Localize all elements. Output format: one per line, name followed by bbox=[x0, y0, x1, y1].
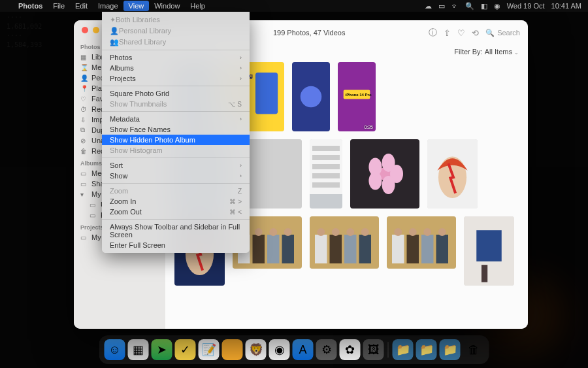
dock-folder[interactable] bbox=[222, 339, 243, 360]
menu-separator bbox=[102, 219, 250, 220]
share-icon[interactable]: ⇧ bbox=[444, 28, 451, 38]
filter-control[interactable]: Filter By: All Items ⌄ bbox=[454, 48, 519, 56]
library-summary: 199 Photos, 47 Videos bbox=[273, 29, 346, 37]
menu-item-zoom-in[interactable]: Zoom In⌘ > bbox=[102, 196, 250, 207]
sidebar-item-icon: ⧉ bbox=[80, 126, 88, 134]
menu-item-photos[interactable]: Photos› bbox=[102, 52, 250, 63]
menu-item-label: Zoom In bbox=[110, 197, 136, 205]
sidebar-item-icon: ⏱ bbox=[80, 106, 88, 113]
menu-shortcut: ⌘ < bbox=[229, 209, 242, 216]
filter-value: All Items bbox=[485, 48, 512, 56]
svg-point-68 bbox=[284, 228, 292, 236]
status-search-icon[interactable]: 🔍 bbox=[465, 2, 474, 10]
sidebar-item-icon: ▭ bbox=[80, 234, 88, 241]
svg-rect-70 bbox=[315, 235, 327, 263]
info-icon[interactable]: ⓘ bbox=[429, 27, 437, 39]
menubar-item-window[interactable]: Window bbox=[149, 1, 185, 11]
dock-photos[interactable]: ✿ bbox=[340, 339, 361, 360]
status-control-center-icon[interactable]: ◧ bbox=[481, 2, 487, 10]
dock-folder3[interactable]: 📁 bbox=[440, 339, 461, 360]
menu-item-show-hidden-photo-album[interactable]: Show Hidden Photo Album bbox=[102, 135, 250, 145]
dock-settings[interactable]: ⚙ bbox=[316, 339, 337, 360]
menu-item-label: Zoom Out bbox=[110, 208, 142, 216]
close-button[interactable] bbox=[82, 27, 88, 33]
sidebar-item-icon: ⊘ bbox=[80, 137, 88, 144]
menubar-date[interactable]: Wed 19 Oct bbox=[507, 2, 545, 10]
photo-thumbnail[interactable] bbox=[464, 216, 514, 286]
svg-point-77 bbox=[361, 228, 369, 236]
menu-item-show-histogram: Show Histogram bbox=[102, 145, 250, 156]
svg-point-51 bbox=[382, 176, 395, 194]
svg-point-22 bbox=[301, 86, 321, 107]
minimize-button[interactable] bbox=[93, 27, 99, 33]
rotate-icon[interactable]: ⟲ bbox=[472, 28, 479, 38]
dock-brave[interactable]: 🦁 bbox=[246, 339, 267, 360]
menu-item-projects[interactable]: Projects› bbox=[102, 73, 250, 84]
menu-item-show-face-names[interactable]: Show Face Names bbox=[102, 124, 250, 135]
svg-point-86 bbox=[438, 228, 446, 236]
menu-item-label: Square Photo Grid bbox=[110, 90, 169, 97]
menubar-item-file[interactable]: File bbox=[48, 1, 70, 11]
photo-thumbnail[interactable] bbox=[387, 216, 456, 269]
menu-item-label: Show Face Names bbox=[110, 125, 171, 133]
menubar-app-name[interactable]: Photos bbox=[13, 1, 48, 11]
menu-item-metadata[interactable]: Metadata› bbox=[102, 114, 250, 124]
sidebar-item-icon: 📍 bbox=[80, 85, 88, 92]
menubar-time[interactable]: 10:41 AM bbox=[551, 2, 581, 10]
favorite-icon[interactable]: ♡ bbox=[457, 28, 465, 38]
svg-rect-63 bbox=[253, 235, 265, 263]
menu-item-label: Zoom bbox=[110, 187, 128, 195]
menubar: Photos FileEditImageViewWindowHelp ☁ ▭ ᯤ… bbox=[0, 0, 588, 12]
photo-thumbnail[interactable] bbox=[310, 139, 342, 209]
chevron-right-icon: › bbox=[240, 173, 242, 179]
dock-things[interactable]: ✓ bbox=[175, 339, 196, 360]
menu-item-label: Show Histogram bbox=[110, 146, 163, 154]
dock-maps[interactable]: ➤ bbox=[152, 339, 172, 360]
menu-item-label: Personal Library bbox=[119, 27, 171, 35]
dock-appstore[interactable]: A bbox=[293, 339, 314, 360]
search-placeholder: Search bbox=[497, 29, 520, 37]
svg-point-73 bbox=[332, 228, 340, 236]
photo-thumbnail[interactable]: iPhone 14 Pro0:25 bbox=[338, 62, 376, 131]
status-wifi-icon[interactable]: ᯤ bbox=[451, 2, 459, 10]
svg-rect-85 bbox=[436, 235, 449, 263]
menubar-item-help[interactable]: Help bbox=[185, 1, 210, 11]
menu-item-label: Projects bbox=[110, 75, 136, 82]
photo-thumbnail[interactable] bbox=[427, 139, 478, 209]
menu-item-label: Metadata bbox=[110, 115, 140, 123]
chevron-right-icon: › bbox=[240, 75, 242, 82]
chevron-right-icon: › bbox=[240, 162, 242, 169]
dock-preview[interactable]: 🖼 bbox=[363, 339, 384, 360]
dock-notes[interactable]: 📝 bbox=[199, 339, 220, 360]
sidebar-item-icon: ♡ bbox=[80, 95, 88, 103]
menu-item-enter-full-screen[interactable]: Enter Full Screen bbox=[102, 240, 250, 250]
menubar-item-view[interactable]: View bbox=[123, 1, 150, 11]
menu-item-label: Sort bbox=[110, 161, 123, 169]
dock-chrome[interactable]: ◉ bbox=[269, 339, 290, 360]
status-siri-icon[interactable]: ◉ bbox=[494, 2, 500, 10]
menu-item-zoom-out[interactable]: Zoom Out⌘ < bbox=[102, 207, 250, 217]
menu-item-shared-library: 👥Shared Library bbox=[102, 37, 250, 48]
menu-item-icon: ✦ bbox=[110, 16, 116, 24]
dock-folder2[interactable]: 📁 bbox=[416, 339, 437, 360]
menu-item-always-show-toolbar-and-sidebar-in-full-screen[interactable]: Always Show Toolbar and Sidebar in Full … bbox=[102, 222, 250, 240]
search-field[interactable]: 🔍 Search bbox=[485, 29, 520, 37]
photo-thumbnail[interactable] bbox=[350, 139, 419, 209]
svg-rect-76 bbox=[359, 235, 372, 263]
menu-item-sort[interactable]: Sort› bbox=[102, 160, 250, 171]
menu-item-square-photo-grid[interactable]: Square Photo Grid bbox=[102, 88, 250, 99]
photo-thumbnail[interactable] bbox=[310, 216, 379, 269]
menubar-item-edit[interactable]: Edit bbox=[70, 1, 93, 11]
svg-rect-43 bbox=[312, 155, 340, 160]
dock-folder1[interactable]: 📁 bbox=[393, 339, 414, 360]
menubar-item-image[interactable]: Image bbox=[93, 1, 123, 11]
svg-point-66 bbox=[269, 228, 277, 236]
photo-thumbnail[interactable] bbox=[292, 62, 330, 131]
menu-item-albums[interactable]: Albums› bbox=[102, 63, 250, 73]
menu-item-show[interactable]: Show› bbox=[102, 171, 250, 181]
dock-launchpad[interactable]: ▦ bbox=[128, 339, 149, 360]
status-cloud-icon[interactable]: ☁ bbox=[425, 2, 432, 10]
dock-trash[interactable]: 🗑 bbox=[463, 339, 484, 360]
status-display-icon[interactable]: ▭ bbox=[438, 2, 445, 10]
dock-finder[interactable]: ☺ bbox=[105, 339, 125, 360]
